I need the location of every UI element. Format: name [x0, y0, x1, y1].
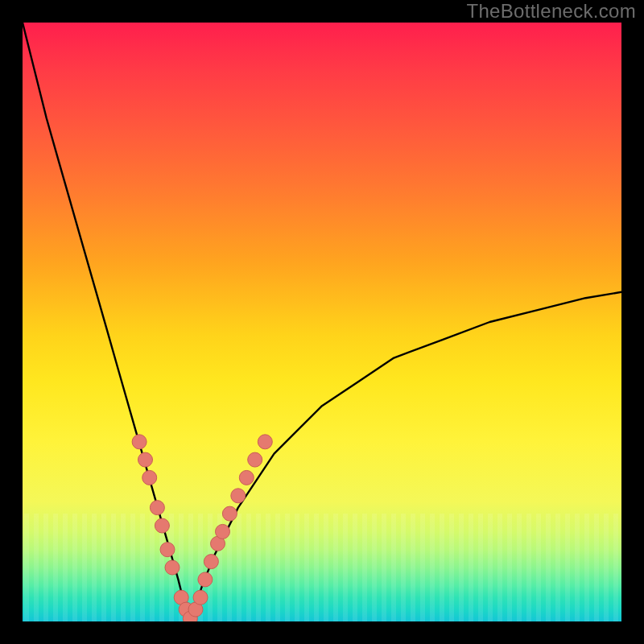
- chart-svg: [23, 23, 621, 621]
- scatter-dot: [150, 501, 164, 515]
- scatter-dot: [155, 518, 169, 533]
- scatter-dot: [142, 470, 157, 485]
- scatter-dot: [132, 435, 147, 449]
- scatter-dots: [132, 435, 272, 621]
- scatter-dot: [216, 524, 230, 539]
- scatter-dot: [231, 489, 246, 503]
- bottleneck-curve: [23, 23, 621, 621]
- watermark-label: TheBottleneck.com: [466, 0, 636, 23]
- scatter-dot: [248, 452, 262, 467]
- scatter-dot: [239, 470, 254, 485]
- chart-frame: [23, 23, 621, 621]
- scatter-dot: [222, 506, 237, 521]
- scatter-dot: [204, 555, 218, 569]
- scatter-dot: [165, 560, 180, 575]
- scatter-dot: [258, 435, 272, 449]
- scatter-dot: [160, 543, 175, 557]
- scatter-dot: [198, 572, 213, 587]
- scatter-dot: [193, 590, 208, 605]
- scatter-dot: [138, 452, 153, 467]
